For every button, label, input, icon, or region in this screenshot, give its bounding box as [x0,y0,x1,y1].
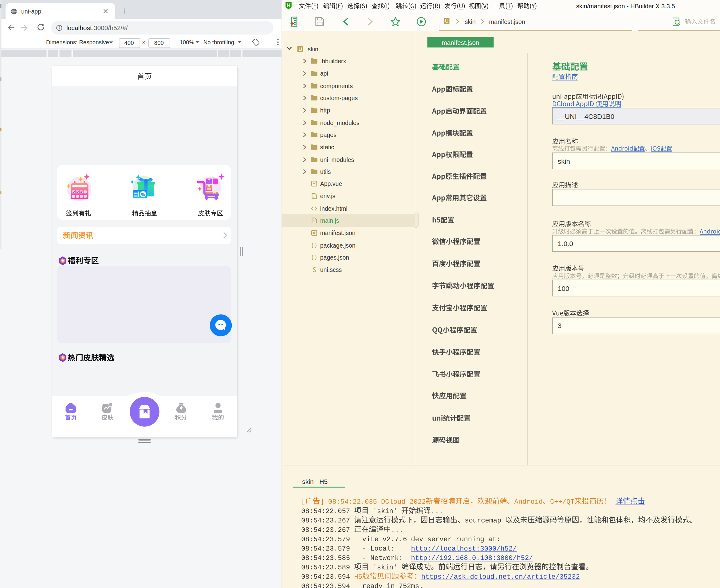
svg-text:%: % [141,192,145,197]
svg-text:J: J [313,195,315,198]
svg-text:J: J [313,219,315,223]
